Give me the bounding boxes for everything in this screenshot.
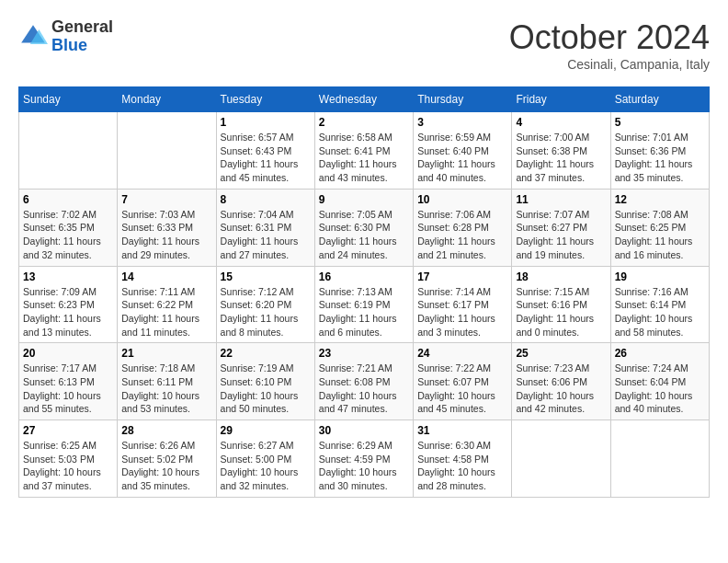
day-info: Sunrise: 7:14 AMSunset: 6:17 PMDaylight:… (417, 285, 507, 339)
calendar-week-3: 13Sunrise: 7:09 AMSunset: 6:23 PMDayligh… (19, 266, 710, 343)
calendar-header-row: SundayMondayTuesdayWednesdayThursdayFrid… (19, 87, 710, 112)
day-number: 15 (221, 270, 311, 283)
logo-text-blue: Blue (51, 37, 113, 55)
calendar-table: SundayMondayTuesdayWednesdayThursdayFrid… (18, 86, 710, 498)
day-info: Sunrise: 7:22 AMSunset: 6:07 PMDaylight:… (417, 362, 507, 416)
calendar-cell (512, 420, 610, 498)
calendar-cell: 28Sunrise: 6:26 AMSunset: 5:02 PMDayligh… (118, 420, 216, 498)
day-number: 26 (615, 347, 705, 360)
day-number: 22 (221, 347, 311, 360)
day-info: Sunrise: 6:29 AMSunset: 4:59 PMDaylight:… (319, 439, 409, 493)
weekday-header-saturday: Saturday (610, 87, 709, 112)
calendar-cell: 23Sunrise: 7:21 AMSunset: 6:08 PMDayligh… (314, 343, 413, 420)
day-number: 17 (417, 270, 507, 283)
calendar-week-5: 27Sunrise: 6:25 AMSunset: 5:03 PMDayligh… (19, 420, 710, 498)
calendar-cell: 16Sunrise: 7:13 AMSunset: 6:19 PMDayligh… (314, 266, 413, 343)
day-info: Sunrise: 6:59 AMSunset: 6:40 PMDaylight:… (417, 131, 507, 185)
calendar-cell: 26Sunrise: 7:24 AMSunset: 6:04 PMDayligh… (610, 343, 709, 420)
calendar-cell: 7Sunrise: 7:03 AMSunset: 6:33 PMDaylight… (118, 189, 216, 266)
day-number: 12 (615, 193, 705, 206)
day-info: Sunrise: 7:13 AMSunset: 6:19 PMDaylight:… (319, 285, 409, 339)
page-header: General Blue October 2024 Cesinali, Camp… (18, 18, 710, 72)
day-info: Sunrise: 6:57 AMSunset: 6:43 PMDaylight:… (221, 131, 311, 185)
day-number: 13 (23, 270, 113, 283)
day-number: 24 (417, 347, 507, 360)
day-info: Sunrise: 7:06 AMSunset: 6:28 PMDaylight:… (417, 208, 507, 262)
calendar-cell: 14Sunrise: 7:11 AMSunset: 6:22 PMDayligh… (118, 266, 216, 343)
calendar-cell: 21Sunrise: 7:18 AMSunset: 6:11 PMDayligh… (118, 343, 216, 420)
calendar-cell: 8Sunrise: 7:04 AMSunset: 6:31 PMDaylight… (216, 189, 314, 266)
day-info: Sunrise: 7:03 AMSunset: 6:33 PMDaylight:… (121, 208, 211, 262)
calendar-cell: 29Sunrise: 6:27 AMSunset: 5:00 PMDayligh… (216, 420, 314, 498)
day-info: Sunrise: 7:19 AMSunset: 6:10 PMDaylight:… (221, 362, 311, 416)
day-number: 9 (319, 193, 409, 206)
title-block: October 2024 Cesinali, Campania, Italy (509, 18, 710, 72)
calendar-cell: 4Sunrise: 7:00 AMSunset: 6:38 PMDaylight… (512, 112, 610, 190)
weekday-header-thursday: Thursday (414, 87, 512, 112)
calendar-cell: 3Sunrise: 6:59 AMSunset: 6:40 PMDaylight… (414, 112, 512, 190)
day-info: Sunrise: 7:15 AMSunset: 6:16 PMDaylight:… (516, 285, 606, 339)
calendar-cell: 18Sunrise: 7:15 AMSunset: 6:16 PMDayligh… (512, 266, 610, 343)
calendar-week-2: 6Sunrise: 7:02 AMSunset: 6:35 PMDaylight… (19, 189, 710, 266)
calendar-cell (610, 420, 709, 498)
calendar-cell: 1Sunrise: 6:57 AMSunset: 6:43 PMDaylight… (216, 112, 314, 190)
calendar-cell: 2Sunrise: 6:58 AMSunset: 6:41 PMDaylight… (314, 112, 413, 190)
day-number: 1 (221, 116, 311, 129)
calendar-cell: 17Sunrise: 7:14 AMSunset: 6:17 PMDayligh… (414, 266, 512, 343)
calendar-cell: 13Sunrise: 7:09 AMSunset: 6:23 PMDayligh… (19, 266, 118, 343)
day-number: 4 (516, 116, 606, 129)
day-number: 11 (516, 193, 606, 206)
day-number: 20 (23, 347, 113, 360)
day-info: Sunrise: 7:16 AMSunset: 6:14 PMDaylight:… (615, 285, 705, 339)
day-number: 23 (319, 347, 409, 360)
logo-icon (18, 22, 48, 52)
day-info: Sunrise: 7:07 AMSunset: 6:27 PMDaylight:… (516, 208, 606, 262)
day-info: Sunrise: 7:04 AMSunset: 6:31 PMDaylight:… (221, 208, 311, 262)
day-number: 29 (221, 424, 311, 437)
location-subtitle: Cesinali, Campania, Italy (509, 57, 710, 72)
day-info: Sunrise: 6:26 AMSunset: 5:02 PMDaylight:… (121, 439, 211, 493)
calendar-week-1: 1Sunrise: 6:57 AMSunset: 6:43 PMDaylight… (19, 112, 710, 190)
day-number: 5 (615, 116, 705, 129)
day-info: Sunrise: 7:18 AMSunset: 6:11 PMDaylight:… (121, 362, 211, 416)
calendar-cell: 9Sunrise: 7:05 AMSunset: 6:30 PMDaylight… (314, 189, 413, 266)
day-info: Sunrise: 6:58 AMSunset: 6:41 PMDaylight:… (319, 131, 409, 185)
day-info: Sunrise: 7:17 AMSunset: 6:13 PMDaylight:… (23, 362, 113, 416)
day-number: 16 (319, 270, 409, 283)
calendar-cell: 22Sunrise: 7:19 AMSunset: 6:10 PMDayligh… (216, 343, 314, 420)
day-number: 7 (121, 193, 211, 206)
weekday-header-wednesday: Wednesday (314, 87, 413, 112)
day-number: 18 (516, 270, 606, 283)
day-number: 31 (417, 424, 507, 437)
day-info: Sunrise: 7:05 AMSunset: 6:30 PMDaylight:… (319, 208, 409, 262)
day-info: Sunrise: 7:01 AMSunset: 6:36 PMDaylight:… (615, 131, 705, 185)
day-info: Sunrise: 6:27 AMSunset: 5:00 PMDaylight:… (221, 439, 311, 493)
weekday-header-tuesday: Tuesday (216, 87, 314, 112)
calendar-cell: 24Sunrise: 7:22 AMSunset: 6:07 PMDayligh… (414, 343, 512, 420)
weekday-header-sunday: Sunday (19, 87, 118, 112)
calendar-cell: 5Sunrise: 7:01 AMSunset: 6:36 PMDaylight… (610, 112, 709, 190)
day-info: Sunrise: 7:08 AMSunset: 6:25 PMDaylight:… (615, 208, 705, 262)
day-number: 10 (417, 193, 507, 206)
day-number: 19 (615, 270, 705, 283)
day-info: Sunrise: 7:11 AMSunset: 6:22 PMDaylight:… (121, 285, 211, 339)
day-info: Sunrise: 7:24 AMSunset: 6:04 PMDaylight:… (615, 362, 705, 416)
calendar-week-4: 20Sunrise: 7:17 AMSunset: 6:13 PMDayligh… (19, 343, 710, 420)
calendar-cell (19, 112, 118, 190)
month-title: October 2024 (509, 18, 710, 57)
day-number: 14 (121, 270, 211, 283)
day-number: 3 (417, 116, 507, 129)
day-info: Sunrise: 7:12 AMSunset: 6:20 PMDaylight:… (221, 285, 311, 339)
day-info: Sunrise: 6:30 AMSunset: 4:58 PMDaylight:… (417, 439, 507, 493)
calendar-cell: 27Sunrise: 6:25 AMSunset: 5:03 PMDayligh… (19, 420, 118, 498)
day-number: 27 (23, 424, 113, 437)
calendar-cell: 15Sunrise: 7:12 AMSunset: 6:20 PMDayligh… (216, 266, 314, 343)
calendar-cell: 20Sunrise: 7:17 AMSunset: 6:13 PMDayligh… (19, 343, 118, 420)
calendar-cell: 10Sunrise: 7:06 AMSunset: 6:28 PMDayligh… (414, 189, 512, 266)
calendar-cell: 12Sunrise: 7:08 AMSunset: 6:25 PMDayligh… (610, 189, 709, 266)
day-number: 28 (121, 424, 211, 437)
logo-text-general: General (51, 18, 113, 37)
day-number: 21 (121, 347, 211, 360)
day-number: 8 (221, 193, 311, 206)
logo: General Blue (18, 18, 113, 55)
